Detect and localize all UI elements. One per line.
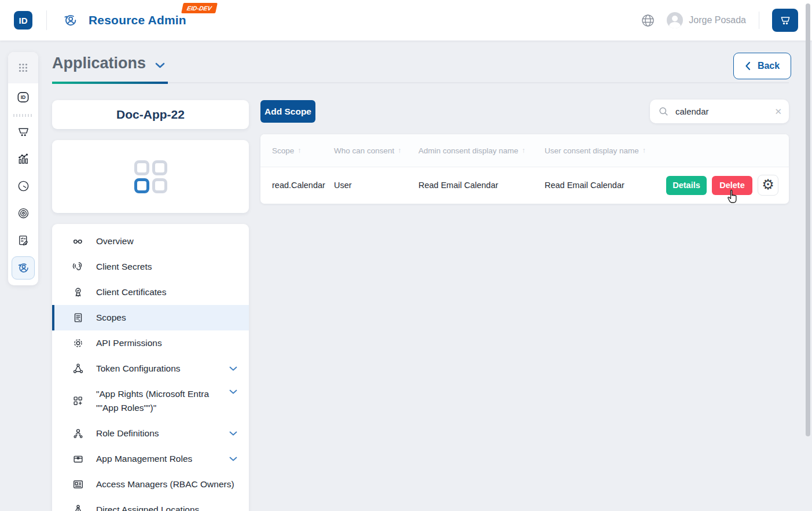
column-header-user-consent-display-name[interactable]: User consent display name ↑ [545, 146, 666, 155]
gauge-icon [17, 179, 30, 193]
details-button[interactable]: Details [666, 176, 707, 195]
logo-text: ID [19, 16, 28, 25]
scopes-doc-icon [72, 311, 84, 324]
role-person-icon [72, 427, 84, 440]
chevron-left-icon [745, 61, 751, 71]
header-right: Jorge Posada [641, 9, 798, 32]
glasses-icon [72, 235, 84, 248]
resource-admin-page: ID Resource Admin EID-DEV [0, 0, 812, 511]
back-button[interactable]: Back [733, 53, 791, 79]
user-menu[interactable]: Jorge Posada [667, 12, 746, 28]
document-edit-icon [17, 234, 30, 247]
waffle-menu-button[interactable] [8, 52, 38, 83]
nav-item-access-managers[interactable]: Access Managers (RBAC Owners) [52, 472, 249, 497]
app-brand: Resource Admin EID-DEV [62, 12, 186, 28]
table-header-row: Scope ↑ Who can consent ↑ Admin consent … [260, 134, 789, 167]
column-header-who-can-consent[interactable]: Who can consent ↑ [334, 146, 418, 155]
rail-item-gauge[interactable] [8, 172, 38, 200]
rail-dots-divider [13, 114, 33, 117]
toolbox-icon [72, 453, 84, 465]
cell-user-consent-display-name: Read Email Calendar [545, 181, 666, 190]
nav-label: Scopes [96, 311, 237, 325]
chevron-down-icon[interactable] [229, 366, 237, 371]
rail-item-resource-admin[interactable] [12, 256, 35, 280]
id-card-icon [72, 478, 84, 491]
nav-label: Direct Assigned Locations [96, 503, 237, 511]
cart-icon [780, 14, 791, 26]
nav-item-app-management-roles[interactable]: App Management Roles [52, 446, 249, 472]
app-name-card: Doc-App-22 [52, 100, 249, 129]
nav-item-overview[interactable]: Overview [52, 229, 249, 254]
app-detail-nav: Overview Client Secrets Client Certi [52, 224, 249, 511]
id-badge-icon: ID [16, 90, 31, 105]
column-header-scope[interactable]: Scope ↑ [272, 146, 334, 155]
user-sync-icon [62, 12, 78, 28]
top-header: ID Resource Admin EID-DEV [0, 0, 812, 41]
rail-item-id[interactable]: ID [8, 83, 38, 111]
app-title: Resource Admin [89, 13, 186, 27]
nav-item-client-secrets[interactable]: Client Secrets [52, 254, 249, 280]
scopes-table: Scope ↑ Who can consent ↑ Admin consent … [260, 134, 789, 204]
analytics-icon [17, 152, 30, 166]
nav-item-token-configurations[interactable]: Token Configurations [52, 356, 249, 381]
token-network-icon [72, 362, 84, 375]
cart-button[interactable] [772, 9, 798, 32]
app-logo-card [52, 140, 249, 213]
row-settings-button[interactable]: ⚙ [758, 175, 778, 196]
chevron-down-icon[interactable] [229, 457, 237, 461]
nav-item-app-rights[interactable]: "App Rights (Microsoft Entra ""App Roles… [52, 381, 249, 421]
user-name: Jorge Posada [689, 15, 746, 25]
chevron-down-icon[interactable] [229, 431, 237, 436]
nav-label: Token Configurations [96, 362, 218, 376]
globe-icon[interactable] [641, 13, 655, 28]
nav-label: "App Rights (Microsoft Entra ""App Roles… [96, 387, 218, 415]
page-title: Applications [52, 54, 146, 72]
hierarchy-icon [72, 503, 84, 511]
ear-icon [72, 260, 84, 273]
title-underline [52, 82, 789, 83]
sort-asc-icon[interactable]: ↑ [642, 146, 646, 155]
table-row: read.Calendar User Read Email Calendar R… [260, 167, 789, 203]
scope-search: ✕ [650, 100, 789, 123]
gear-icon [72, 337, 84, 350]
nav-item-scopes[interactable]: Scopes [52, 305, 249, 330]
nav-item-api-permissions[interactable]: API Permissions [52, 330, 249, 356]
avatar [667, 12, 683, 28]
app-placeholder-logo-icon [134, 160, 167, 193]
nav-item-client-certificates[interactable]: Client Certificates [52, 280, 249, 305]
sort-asc-icon[interactable]: ↑ [297, 146, 301, 155]
company-logo[interactable]: ID [14, 11, 32, 30]
page-title-dropdown[interactable]: Applications [52, 54, 165, 72]
search-input[interactable] [675, 106, 768, 116]
app-switcher-rail: ID [8, 52, 38, 285]
nav-label: API Permissions [96, 336, 237, 350]
header-divider [759, 12, 759, 29]
svg-text:ID: ID [21, 94, 26, 100]
rail-item-doc-edit[interactable] [8, 227, 38, 254]
header-divider [46, 10, 47, 30]
grid-icon [17, 61, 30, 74]
nav-label: Access Managers (RBAC Owners) [96, 477, 237, 491]
delete-button[interactable]: Delete [712, 176, 752, 195]
chevron-down-icon[interactable] [229, 389, 237, 394]
column-header-admin-consent-display-name[interactable]: Admin consent display name ↑ [418, 146, 545, 155]
clear-search-icon[interactable]: ✕ [774, 106, 782, 117]
nav-item-direct-assigned-locations[interactable]: Direct Assigned Locations [52, 497, 249, 511]
back-label: Back [758, 61, 780, 71]
cell-admin-consent-display-name: Read Email Calendar [418, 181, 545, 190]
sort-asc-icon[interactable]: ↑ [398, 146, 401, 155]
rail-item-cart[interactable] [8, 118, 38, 145]
nav-label: App Management Roles [96, 452, 218, 466]
nav-label: Client Certificates [96, 285, 237, 299]
cell-who-can-consent: User [334, 181, 418, 190]
vertical-scrollbar[interactable] [806, 3, 810, 436]
gear-icon: ⚙ [762, 178, 774, 192]
chevron-down-icon [155, 63, 165, 68]
environment-badge: EID-DEV [181, 3, 217, 13]
rail-item-analytics[interactable] [8, 145, 38, 172]
nav-item-role-definitions[interactable]: Role Definitions [52, 421, 249, 446]
add-scope-button[interactable]: Add Scope [260, 100, 315, 123]
rail-item-fingerprint[interactable] [8, 200, 38, 227]
sort-asc-icon[interactable]: ↑ [522, 146, 526, 155]
search-icon [658, 106, 669, 117]
